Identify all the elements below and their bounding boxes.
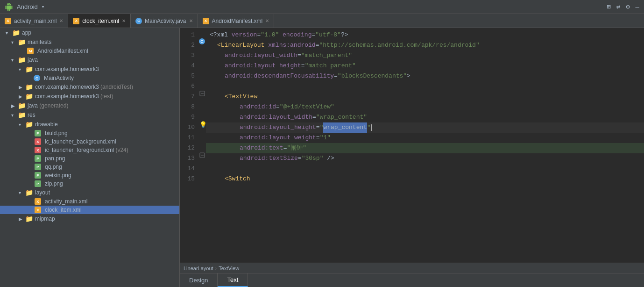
tree-label: ic_launcher_foreground.xml (v24) bbox=[45, 147, 128, 153]
folder-icon: 📁 bbox=[18, 56, 26, 64]
folder-icon: 📁 bbox=[25, 189, 33, 196]
code-editor-content[interactable]: <?xml version="1.0" encoding="utf-8"?> <… bbox=[206, 28, 644, 263]
tree-item-java-gen[interactable]: ▶ 📁 java (generated) bbox=[0, 101, 179, 110]
title-bar: Android ▾ ⊞ ⇄ ⚙ — bbox=[0, 0, 644, 14]
tree-item-drawable[interactable]: ▾ 📁 drawable bbox=[0, 120, 179, 129]
expand-arrow: ▾ bbox=[19, 67, 23, 72]
folder-icon: 📁 bbox=[25, 215, 33, 222]
main-area: ▾ 📁 app ▾ 📁 manifests M AndroidManifest.… bbox=[0, 28, 644, 287]
code-editor: 1 2 3 4 5 6 7 8 9 10 11 12 13 14 15 C bbox=[180, 28, 644, 287]
tree-item-activity-main-xml[interactable]: X activity_main.xml bbox=[0, 197, 179, 206]
tree-label: ic_launcher_background.xml bbox=[45, 138, 116, 145]
tab-activity-main[interactable]: X activity_main.xml ✕ bbox=[0, 14, 68, 28]
folder-icon: 📁 bbox=[18, 111, 26, 119]
fold-marker-7[interactable] bbox=[199, 90, 205, 100]
breadcrumb-linearlayout[interactable]: LinearLayout bbox=[184, 265, 213, 271]
tree-label: activity_main.xml bbox=[45, 198, 87, 205]
tab-close-icon[interactable]: ✕ bbox=[59, 18, 63, 23]
swap-icon[interactable]: ⇄ bbox=[616, 3, 620, 11]
java-file-icon: C bbox=[135, 18, 142, 24]
xml-orange-file-icon: X bbox=[35, 198, 41, 205]
tree-item-ic-bg[interactable]: X ic_launcher_background.xml bbox=[0, 137, 179, 146]
expand-arrow: ▶ bbox=[19, 216, 23, 222]
tab-close-icon[interactable]: ✕ bbox=[122, 18, 126, 23]
xml-file-icon: X bbox=[73, 18, 79, 24]
tree-item-mipmap[interactable]: ▶ 📁 mipmap bbox=[0, 214, 179, 223]
tree-label: app bbox=[22, 29, 31, 36]
tree-label: manifests bbox=[28, 39, 51, 45]
tree-item-zip-png[interactable]: P zip.png bbox=[0, 179, 179, 188]
xml-file-icon: M bbox=[27, 48, 34, 54]
code-line-10: android:layout_height="wrap_content" bbox=[206, 122, 644, 133]
minimize-icon[interactable]: — bbox=[636, 3, 639, 11]
png-file-icon: P bbox=[35, 172, 41, 179]
tree-item-pkg-main[interactable]: ▾ 📁 com.example.homework3 bbox=[0, 65, 179, 74]
tree-label: java bbox=[28, 57, 38, 63]
folder-icon: 📁 bbox=[25, 83, 33, 91]
tree-item-main-activity[interactable]: C MainActivity bbox=[0, 74, 179, 82]
circle-marker: C bbox=[199, 38, 205, 44]
tree-item-java[interactable]: ▾ 📁 java bbox=[0, 55, 179, 65]
xml-file-icon: X bbox=[5, 18, 11, 24]
tab-close-icon[interactable]: ✕ bbox=[189, 18, 193, 23]
code-line-9: android:layout_width="wrap_content" bbox=[206, 112, 644, 122]
editor-gutter: C 💡 bbox=[198, 28, 206, 263]
expand-arrow: ▾ bbox=[11, 57, 16, 63]
code-line-5: android:descendantFocusability="blocksDe… bbox=[206, 71, 644, 81]
expand-arrow: ▾ bbox=[11, 113, 16, 118]
png-file-icon: P bbox=[35, 164, 41, 170]
code-line-8: android:id="@+id/textView" bbox=[206, 102, 644, 112]
tab-main-activity[interactable]: C MainActivity.java ✕ bbox=[131, 14, 198, 28]
png-file-icon: P bbox=[35, 155, 41, 162]
fold-marker-13[interactable] bbox=[199, 151, 205, 162]
tree-label: layout bbox=[35, 189, 50, 196]
grid-icon[interactable]: ⊞ bbox=[607, 3, 610, 11]
tab-android-manifest[interactable]: X AndroidManifest.xml ✕ bbox=[198, 14, 275, 28]
tree-label: qq.png bbox=[45, 164, 62, 170]
project-tree: ▾ 📁 app ▾ 📁 manifests M AndroidManifest.… bbox=[0, 28, 180, 287]
tab-label: clock_item.xml bbox=[82, 18, 119, 24]
tree-item-layout[interactable]: ▾ 📁 layout bbox=[0, 188, 179, 197]
tree-item-weixin-png[interactable]: P weixin.png bbox=[0, 171, 179, 179]
tree-label: res bbox=[28, 112, 35, 118]
tab-text[interactable]: Text bbox=[218, 273, 248, 287]
title-bar-icons: ⊞ ⇄ ⚙ — bbox=[607, 3, 639, 11]
line-numbers: 1 2 3 4 5 6 7 8 9 10 11 12 13 14 15 bbox=[180, 28, 198, 263]
tab-label: activity_main.xml bbox=[14, 18, 57, 24]
tree-item-qq-png[interactable]: P qq.png bbox=[0, 163, 179, 171]
tree-item-biuld-png[interactable]: P biuld.png bbox=[0, 129, 179, 137]
tree-item-pkg-androidtest[interactable]: ▶ 📁 com.example.homework3 (androidTest) bbox=[0, 82, 179, 92]
code-line-15: <Switch bbox=[206, 174, 644, 184]
tab-design[interactable]: Design bbox=[180, 273, 218, 287]
gear-icon[interactable]: ⚙ bbox=[626, 3, 630, 11]
tab-label: AndroidManifest.xml bbox=[212, 18, 263, 24]
breadcrumb-textview[interactable]: TextView bbox=[219, 265, 239, 271]
code-container: 1 2 3 4 5 6 7 8 9 10 11 12 13 14 15 C bbox=[180, 28, 644, 263]
tree-item-pan-png[interactable]: P pan.png bbox=[0, 154, 179, 163]
xml-red-file-icon: X bbox=[35, 147, 41, 153]
tree-item-ic-fg[interactable]: X ic_launcher_foreground.xml (v24) bbox=[0, 146, 179, 154]
title-dropdown-arrow[interactable]: ▾ bbox=[42, 4, 45, 10]
tree-label: drawable bbox=[35, 121, 58, 128]
folder-icon: 📁 bbox=[12, 29, 20, 36]
folder-icon: 📁 bbox=[25, 93, 33, 100]
code-line-14 bbox=[206, 164, 644, 174]
hint-bulb-icon[interactable]: 💡 bbox=[199, 121, 207, 129]
tree-item-app[interactable]: ▾ 📁 app bbox=[0, 28, 179, 37]
expand-arrow: ▾ bbox=[19, 190, 23, 195]
folder-icon: 📁 bbox=[18, 102, 26, 109]
tree-item-clock-item-xml[interactable]: X clock_item.xml bbox=[0, 206, 179, 214]
code-line-2: <LinearLayout xmlns:android="http://sche… bbox=[206, 40, 644, 50]
tab-label: MainActivity.java bbox=[145, 18, 186, 24]
tab-clock-item[interactable]: X clock_item.xml ✕ bbox=[68, 14, 131, 28]
expand-arrow: ▾ bbox=[11, 40, 16, 45]
tree-item-res[interactable]: ▾ 📁 res bbox=[0, 110, 179, 120]
java-file-icon: C bbox=[34, 75, 40, 81]
tree-item-android-manifest[interactable]: M AndroidManifest.xml bbox=[0, 47, 179, 55]
tab-close-icon[interactable]: ✕ bbox=[265, 18, 269, 23]
tree-label: clock_item.xml bbox=[45, 207, 82, 213]
tree-item-manifests[interactable]: ▾ 📁 manifests bbox=[0, 37, 179, 47]
expand-arrow: ▶ bbox=[19, 85, 23, 90]
tree-item-pkg-test[interactable]: ▶ 📁 com.example.homework3 (test) bbox=[0, 92, 179, 101]
title-bar-left: Android ▾ bbox=[5, 3, 44, 11]
